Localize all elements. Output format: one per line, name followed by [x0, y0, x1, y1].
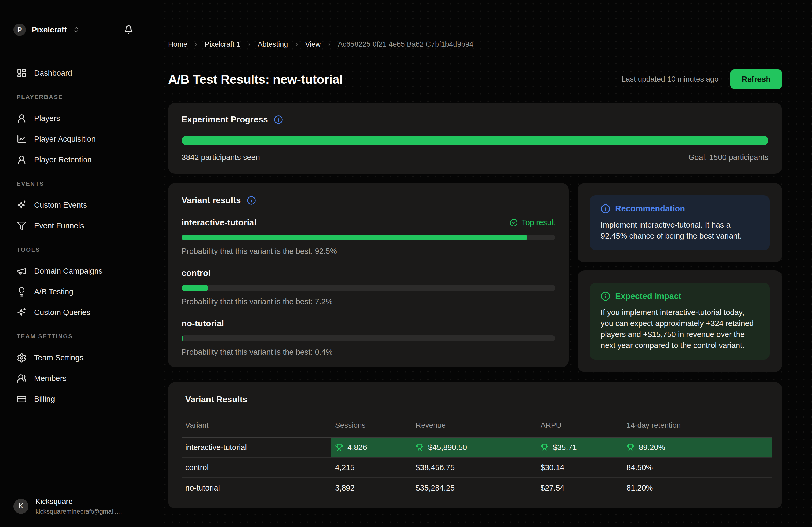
cell-value: 89.20%	[639, 443, 665, 452]
sidebar-item-team-settings[interactable]: Team Settings	[13, 347, 161, 368]
credit-card-icon	[17, 394, 27, 404]
breadcrumb-project[interactable]: Pixelcraft 1	[205, 40, 241, 48]
breadcrumb-view[interactable]: View	[305, 40, 321, 48]
workspace-name: Pixelcraft	[32, 26, 67, 34]
sidebar-item-label: Custom Events	[34, 201, 87, 210]
variant-results-panel: Variant results interactive-tutorial Top…	[168, 183, 569, 367]
trophy-icon	[335, 443, 343, 452]
trophy-icon	[540, 443, 549, 452]
experiment-progress-bar-fill	[182, 136, 768, 145]
variant-name: interactive-tutorial	[182, 217, 257, 228]
table-row-interactive-tutorial: interactive-tutorial 4,826 $45,890.50 $3…	[182, 437, 772, 457]
cell-sessions: 4,215	[331, 457, 412, 478]
sidebar-item-label: Billing	[34, 395, 55, 404]
lightbulb-icon	[17, 287, 27, 297]
recommendation-text: Implement interactive-tutorial. It has a…	[601, 220, 759, 241]
variant-results-header: Variant results	[182, 195, 555, 205]
table-header-row: Variant Sessions Revenue ARPU 14-day ret…	[182, 416, 772, 437]
cell-variant: control	[182, 457, 331, 478]
cell-variant: interactive-tutorial	[182, 437, 331, 457]
bell-icon	[124, 25, 133, 35]
sidebar-section-events: EVENTS	[17, 180, 161, 187]
sidebar-item-label: Domain Campaigns	[34, 267, 103, 275]
info-icon[interactable]	[247, 196, 256, 205]
breadcrumb-abtesting[interactable]: Abtesting	[258, 40, 288, 48]
workspace-row: P Pixelcraft	[13, 24, 161, 36]
participants-seen-label: 3842 participants seen	[182, 153, 260, 162]
line-chart-icon	[17, 134, 27, 144]
notifications-button[interactable]	[124, 25, 133, 35]
sidebar-item-domain-campaigns[interactable]: Domain Campaigns	[13, 261, 161, 282]
refresh-button[interactable]: Refresh	[730, 70, 782, 89]
sidebar-item-player-retention[interactable]: Player Retention	[13, 149, 161, 170]
sidebar-item-ab-testing[interactable]: A/B Testing	[13, 282, 161, 302]
content-columns: Variant results interactive-tutorial Top…	[168, 183, 782, 372]
top-result-label: Top result	[521, 218, 555, 227]
expected-impact-text: If you implement interactive-tutorial to…	[601, 307, 759, 351]
cell-value: $45,890.50	[428, 443, 467, 452]
variant-name: control	[182, 268, 211, 278]
sidebar-item-billing[interactable]: Billing	[13, 389, 161, 409]
dashboard-icon	[17, 68, 27, 78]
sidebar-item-dashboard[interactable]: Dashboard	[13, 63, 161, 84]
cell-revenue: $45,890.50	[412, 437, 537, 457]
workspace-switcher[interactable]: P Pixelcraft	[13, 24, 80, 36]
variant-block-no-tutorial: no-tutorial Probability that this varian…	[182, 318, 555, 357]
sidebar-item-label: A/B Testing	[34, 287, 73, 296]
cell-variant: no-tutorial	[182, 478, 331, 498]
funnel-icon	[17, 221, 27, 231]
col-variant: Variant	[182, 416, 331, 437]
main-content: Home Pixelcraft 1 Abtesting View Ac65822…	[161, 0, 812, 527]
sidebar-section-team-settings: TEAM SETTINGS	[17, 333, 161, 340]
sidebar-item-players[interactable]: Players	[13, 108, 161, 129]
variant-results-table-card: Variant Results Variant Sessions Revenue…	[168, 382, 782, 509]
sidebar-item-custom-queries[interactable]: Custom Queries	[13, 302, 161, 323]
expected-impact-title: Expected Impact	[615, 291, 681, 301]
sidebar-item-event-funnels[interactable]: Event Funnels	[13, 215, 161, 236]
variant-head: control	[182, 268, 555, 278]
sidebar-item-label: Event Funnels	[34, 221, 84, 230]
page-title: A/B Test Results: new-tutorial	[168, 72, 343, 87]
cell-revenue: $35,284.25	[412, 478, 537, 498]
cell-retention: 89.20%	[623, 437, 772, 457]
sidebar-item-player-acquisition[interactable]: Player Acquisition	[13, 129, 161, 149]
user-icon	[17, 114, 27, 123]
variant-bar-fill	[182, 235, 527, 240]
variant-bar-fill	[182, 335, 183, 341]
sidebar-item-label: Player Acquisition	[34, 135, 96, 144]
gear-icon	[17, 353, 27, 363]
top-result-badge: Top result	[510, 218, 555, 227]
variant-block-control: control Probability that this variant is…	[182, 268, 555, 306]
recommendation-header: Recommendation	[601, 204, 759, 214]
sidebar-item-custom-events[interactable]: Custom Events	[13, 195, 161, 215]
user-menu[interactable]: K Kicksquare kicksquareminecraft@gmail..…	[13, 497, 161, 515]
cell-arpu: $30.14	[537, 457, 623, 478]
last-updated-text: Last updated 10 minutes ago	[622, 75, 719, 84]
app-window: P Pixelcraft Dashboard PLAYERBASE	[0, 0, 812, 527]
info-icon	[601, 291, 610, 301]
workspace-initial: P	[17, 26, 22, 34]
page-header: A/B Test Results: new-tutorial Last upda…	[168, 70, 782, 89]
recommendation-card: Recommendation Implement interactive-tut…	[578, 183, 782, 262]
sidebar-nav: Dashboard PLAYERBASE Players Player Acqu…	[13, 63, 161, 409]
sidebar-item-label: Player Retention	[34, 155, 91, 164]
variant-bar-track	[182, 235, 555, 240]
cell-retention: 84.50%	[623, 457, 772, 478]
experiment-progress-labels: 3842 participants seen Goal: 1500 partic…	[182, 153, 768, 162]
cell-value: $35.71	[553, 443, 577, 452]
breadcrumb-home[interactable]: Home	[168, 40, 187, 48]
variant-block-interactive-tutorial: interactive-tutorial Top result Probabil…	[182, 217, 555, 256]
chevron-right-icon	[193, 41, 199, 48]
sidebar-item-members[interactable]: Members	[13, 368, 161, 389]
user-initial: K	[18, 502, 23, 510]
sidebar-item-label: Players	[34, 114, 60, 123]
recommendation-title: Recommendation	[615, 204, 685, 214]
table-row-control: control 4,215 $38,456.75 $30.14 84.50%	[182, 457, 772, 478]
sidebar-item-label: Team Settings	[34, 353, 84, 362]
user-name: Kicksquare	[35, 497, 122, 506]
info-icon[interactable]	[274, 115, 283, 124]
experiment-progress-bar-track	[182, 136, 768, 145]
variant-probability-text: Probability that this variant is the bes…	[182, 247, 555, 256]
header-actions: Last updated 10 minutes ago Refresh	[622, 70, 782, 89]
experiment-progress-header: Experiment Progress	[182, 115, 768, 124]
